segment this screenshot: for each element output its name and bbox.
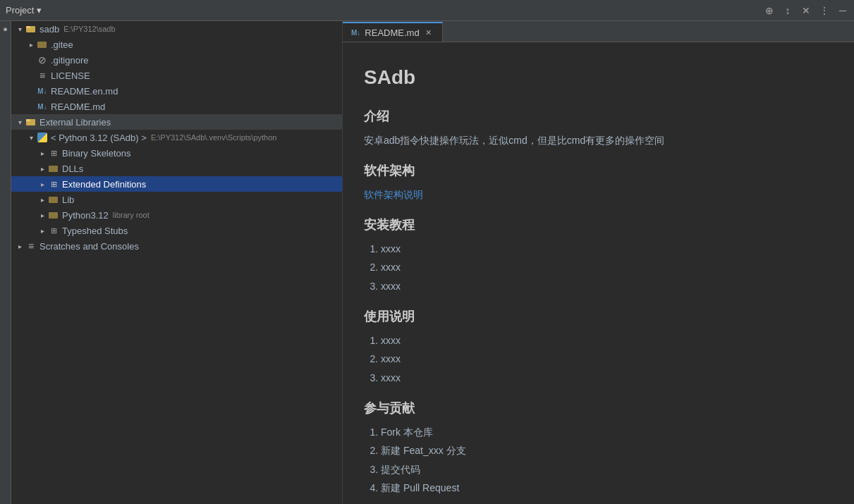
more-icon[interactable]: ⋮ [819,5,830,16]
binary-icon: ⊞ [48,147,59,159]
tree-item-typeshed[interactable]: ⊞ Typeshed Stubs [11,223,342,238]
scroll-icon[interactable]: ↕ [782,5,793,16]
readme-usage-item-2: xxxx [381,351,833,367]
tree-item-python312-folder[interactable]: Python3.12 library root [11,207,342,223]
tree-item-dlls[interactable]: DLLs [11,161,342,176]
readme-icon: M↓ [37,101,48,112]
readme-section-intro-heading: 介绍 [364,106,833,127]
gitee-label: .gitee [51,39,73,50]
gitignore-icon: ⊘ [37,54,48,66]
tab-readme[interactable]: M↓ README.md ✕ [343,22,443,42]
tree-item-binary-skeletons[interactable]: ⊞ Binary Skeletons [11,145,342,161]
arrow-sadb [14,23,25,35]
arrow-scratches [14,240,25,252]
python-icon [37,132,48,143]
tree-item-readme[interactable]: M↓ README.md [11,99,342,114]
readme-title: SAdb [364,62,833,94]
python312-label: < Python 3.12 (SAdb) > [51,133,147,143]
svg-rect-2 [37,42,47,48]
tab-bar: M↓ README.md ✕ [343,21,854,42]
svg-rect-5 [49,166,58,172]
gitignore-label: .gitignore [51,55,88,66]
lib-label: Lib [62,195,74,205]
tab-close-button[interactable]: ✕ [424,27,434,37]
titlebar: Project ▾ ⊕ ↕ ✕ ⋮ ─ [0,0,854,21]
extended-definitions-label: Extended Definitions [62,179,146,190]
spacer-readme-en [25,85,37,97]
project-tree: sadb E:\PY312\sadb .gitee ⊘ .gitignore [11,21,343,504]
readme-arch-text: 软件架构说明 [364,187,833,202]
readme-contrib-list: Fork 本仓库 新建 Feat_xxx 分支 提交代码 新建 Pull Req… [364,424,833,496]
lib-icon [48,194,59,205]
svg-rect-7 [49,212,58,219]
dlls-label: DLLs [62,164,83,174]
readme-contrib-item-3: 提交代码 [381,462,833,477]
project-chevron: ▾ [37,5,42,16]
readme-install-list: xxxx xxxx xxxx [364,241,833,294]
readme-contrib-item-1: Fork 本仓库 [381,424,833,440]
scratches-label: Scratches and Consoles [39,241,139,252]
arrow-binary [37,147,48,159]
scratches-icon: ≡ [25,240,37,252]
tree-item-readme-en[interactable]: M↓ README.en.md [11,83,342,99]
license-icon: ≡ [37,70,48,81]
readme-contrib-item-2: 新建 Feat_xxx 分支 [381,443,833,458]
titlebar-actions: ⊕ ↕ ✕ ⋮ ─ [764,5,848,16]
tree-item-extended-definitions[interactable]: ⊞ Extended Definitions [11,176,342,192]
python312-folder-icon [48,209,59,221]
minimize-icon[interactable]: ─ [837,5,848,16]
readme-arch-link[interactable]: 软件架构说明 [364,189,423,200]
extended-def-icon: ⊞ [48,178,59,190]
activity-bar: ● [0,21,11,504]
project-label: Project [6,5,34,16]
arrow-python312 [25,132,37,143]
readme-content[interactable]: SAdb 介绍 安卓adb指令快捷操作玩法，近似cmd，但是比cmd有更多的操作… [343,42,854,504]
arrow-gitee [25,39,37,50]
readme-usage-list: xxxx xxxx xxxx [364,333,833,386]
readme-intro-text: 安卓adb指令快捷操作玩法，近似cmd，但是比cmd有更多的操作空间 [364,133,833,148]
locate-icon[interactable]: ⊕ [764,5,775,16]
tree-item-python312[interactable]: < Python 3.12 (SAdb) > E:\PY312\SAdb\.ve… [11,130,342,145]
readme-install-item-3: xxxx [381,278,833,294]
content-area: M↓ README.md ✕ SAdb 介绍 安卓adb指令快捷操作玩法，近似c… [343,21,854,504]
readme-install-item-2: xxxx [381,259,833,275]
readme-section-arch-heading: 软件架构 [364,161,833,181]
external-libraries-label: External Libraries [39,117,111,128]
sadb-path: E:\PY312\sadb [63,25,115,33]
spacer-readme [25,101,37,112]
tree-item-sadb[interactable]: sadb E:\PY312\sadb [11,21,342,37]
typeshed-icon: ⊞ [48,225,59,236]
tree-item-external-libraries[interactable]: External Libraries [11,114,342,130]
ext-lib-folder-icon [25,116,37,128]
tree-item-lib[interactable]: Lib [11,192,342,207]
readme-usage-item-3: xxxx [381,370,833,386]
tree-item-license[interactable]: ≡ LICENSE [11,68,342,83]
svg-rect-6 [49,197,58,203]
arrow-dlls [37,163,48,174]
readme-section-contrib-heading: 参与贡献 [364,398,833,419]
typeshed-label: Typeshed Stubs [62,226,128,236]
tree-item-gitignore[interactable]: ⊘ .gitignore [11,52,342,68]
python312-folder-label: Python3.12 [62,210,109,221]
arrow-ext-lib [14,116,25,128]
activity-icon-1: ● [1,24,11,34]
readme-section-install-heading: 安装教程 [364,215,833,235]
readme-en-label: README.en.md [51,86,118,97]
svg-rect-4 [26,119,30,121]
readme-install-item-1: xxxx [381,241,833,257]
binary-skeletons-label: Binary Skeletons [62,148,131,159]
tab-readme-icon: M↓ [351,29,360,37]
dlls-icon [48,163,59,174]
tab-readme-label: README.md [365,27,419,38]
tree-item-scratches[interactable]: ≡ Scratches and Consoles [11,238,342,254]
tree-item-gitee[interactable]: .gitee [11,37,342,52]
folder-icon [25,23,37,35]
python312-path: E:\PY312\SAdb\.venv\Scripts\python [151,133,277,142]
readme-en-icon: M↓ [37,85,48,97]
sadb-label: sadb [39,24,59,35]
project-menu[interactable]: Project ▾ [6,5,42,16]
license-label: LICENSE [51,70,90,81]
folder-gitee-icon [37,39,48,50]
close-panel-icon[interactable]: ✕ [800,5,812,16]
readme-label: README.md [51,102,105,112]
